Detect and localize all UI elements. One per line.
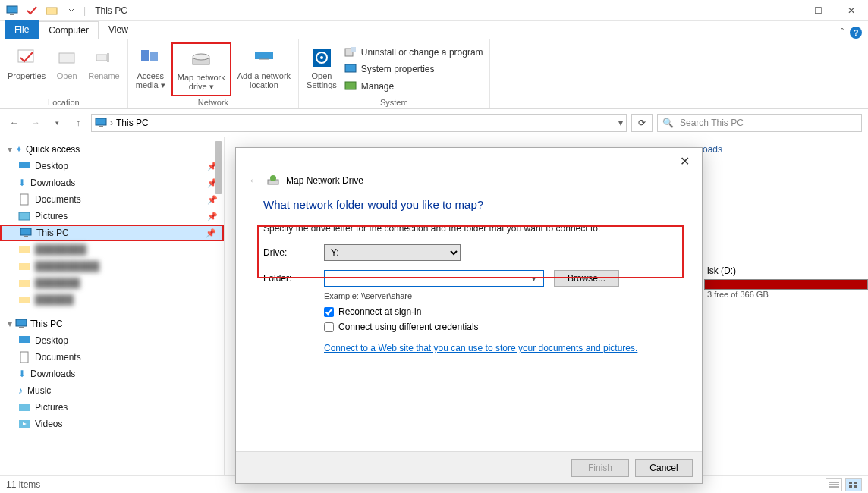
dialog-title: Map Network Drive bbox=[286, 175, 363, 186]
breadcrumb-location: This PC bbox=[116, 118, 149, 128]
different-credentials-checkbox[interactable] bbox=[324, 322, 334, 332]
sidebar-section-thispc[interactable]: ▾ This PC bbox=[0, 316, 224, 332]
dialog-close-button[interactable]: ✕ bbox=[674, 151, 696, 171]
access-media-button[interactable]: Accessmedia ▾ bbox=[131, 42, 170, 96]
open-settings-button[interactable]: OpenSettings bbox=[302, 42, 341, 96]
breadcrumb-dropdown-icon[interactable]: ▾ bbox=[618, 118, 623, 128]
folder-dropdown-icon[interactable]: ▾ bbox=[532, 275, 536, 283]
tab-view[interactable]: View bbox=[99, 20, 138, 39]
pin-icon: 📌 bbox=[207, 212, 218, 221]
reconnect-checkbox[interactable] bbox=[324, 307, 334, 317]
back-button[interactable]: ← bbox=[6, 115, 23, 131]
map-network-drive-button[interactable]: Map networkdrive ▾ bbox=[171, 42, 231, 96]
rename-button: Rename bbox=[83, 42, 124, 96]
svg-rect-8 bbox=[150, 52, 158, 61]
svg-rect-12 bbox=[264, 52, 273, 59]
ribbon-collapse-icon[interactable]: ˆ bbox=[841, 27, 844, 38]
svg-rect-5 bbox=[96, 55, 107, 61]
disk-usage-bar bbox=[704, 279, 868, 290]
thispc-icon bbox=[95, 117, 107, 129]
sidebar-item[interactable]: ████████ bbox=[0, 241, 224, 258]
properties-button[interactable]: Properties bbox=[3, 42, 50, 96]
sidebar-item[interactable]: ██████████ bbox=[0, 258, 224, 275]
svg-rect-23 bbox=[19, 162, 30, 168]
svg-rect-30 bbox=[19, 280, 30, 287]
tab-computer[interactable]: Computer bbox=[39, 21, 99, 39]
recent-dropdown-icon[interactable]: ▾ bbox=[49, 115, 65, 131]
sidebar-item-pictures[interactable]: Pictures📌 bbox=[0, 208, 224, 225]
manage-button[interactable]: Manage bbox=[344, 79, 483, 94]
svg-rect-4 bbox=[59, 53, 74, 63]
svg-rect-18 bbox=[351, 47, 356, 52]
item-count: 11 items bbox=[6, 479, 40, 490]
sidebar-item-videos[interactable]: Videos bbox=[0, 416, 224, 432]
maximize-button[interactable]: ☐ bbox=[801, 0, 835, 21]
svg-rect-43 bbox=[854, 482, 857, 484]
sidebar-item-thispc[interactable]: This PC📌 bbox=[0, 225, 224, 241]
sidebar-item[interactable]: ███████ bbox=[0, 275, 224, 291]
drive-select[interactable]: Y: bbox=[324, 244, 461, 261]
svg-rect-1 bbox=[10, 14, 14, 15]
up-button[interactable]: ↑ bbox=[70, 115, 86, 131]
svg-point-10 bbox=[193, 54, 209, 60]
help-icon[interactable]: ? bbox=[850, 27, 862, 39]
svg-rect-20 bbox=[345, 82, 356, 89]
browse-button[interactable]: Browse... bbox=[554, 270, 619, 287]
refresh-button[interactable]: ⟳ bbox=[631, 114, 653, 132]
sidebar-item-documents[interactable]: Documents📌 bbox=[0, 191, 224, 208]
ribbon-tabs: File Computer View ˆ ? bbox=[0, 21, 868, 39]
sidebar-item-downloads[interactable]: ⬇Downloads📌 bbox=[0, 174, 224, 191]
svg-rect-44 bbox=[849, 485, 852, 488]
view-details-button[interactable] bbox=[826, 478, 842, 491]
svg-rect-19 bbox=[345, 64, 356, 72]
svg-rect-22 bbox=[99, 126, 103, 127]
sidebar-item-downloads2[interactable]: ⬇Downloads bbox=[0, 366, 224, 382]
close-button[interactable]: ✕ bbox=[835, 0, 868, 21]
sidebar-item[interactable]: ██████ bbox=[0, 291, 224, 308]
cancel-button[interactable]: Cancel bbox=[635, 459, 693, 477]
scrollbar[interactable] bbox=[215, 141, 222, 194]
breadcrumb[interactable]: › This PC ▾ bbox=[91, 114, 627, 132]
qat-newfolder-icon[interactable] bbox=[44, 3, 59, 18]
qat-thispc-icon[interactable] bbox=[5, 3, 20, 18]
sidebar-item-pictures2[interactable]: Pictures bbox=[0, 399, 224, 416]
ribbon-group-system: OpenSettings Uninstall or change a progr… bbox=[299, 39, 490, 108]
sidebar-section-quick-access[interactable]: ▾ ✦ Quick access bbox=[0, 141, 224, 158]
svg-rect-0 bbox=[7, 6, 17, 13]
system-properties-button[interactable]: System properties bbox=[344, 61, 483, 77]
svg-rect-21 bbox=[96, 118, 106, 125]
svg-point-47 bbox=[270, 175, 276, 181]
connect-website-link[interactable]: Connect to a Web site that you can use t… bbox=[324, 343, 637, 353]
folder-label: Folder: bbox=[263, 273, 324, 284]
sidebar-item-music[interactable]: ♪Music bbox=[0, 382, 224, 399]
svg-rect-26 bbox=[20, 228, 31, 235]
sidebar-item-desktop2[interactable]: Desktop bbox=[0, 332, 224, 349]
view-large-icons-button[interactable] bbox=[845, 478, 862, 491]
qat-dropdown-icon[interactable] bbox=[64, 3, 79, 18]
ribbon: Properties Open Rename Location Accessme… bbox=[0, 39, 868, 109]
svg-rect-27 bbox=[24, 236, 28, 237]
svg-rect-45 bbox=[854, 485, 857, 488]
pin-icon: 📌 bbox=[207, 195, 218, 205]
dialog-back-button: ← bbox=[248, 174, 260, 187]
drive-label: Drive: bbox=[263, 247, 324, 258]
add-network-location-button[interactable]: Add a networklocation bbox=[233, 42, 295, 96]
svg-rect-7 bbox=[141, 50, 149, 61]
search-box[interactable]: 🔍 Search This PC bbox=[657, 114, 862, 132]
sidebar-item-documents2[interactable]: Documents bbox=[0, 349, 224, 366]
qat-properties-icon[interactable] bbox=[24, 3, 39, 18]
dialog-description: Specify the drive letter for the connect… bbox=[263, 223, 675, 234]
window-title: This PC bbox=[90, 5, 127, 16]
network-drive-icon bbox=[266, 174, 280, 187]
svg-rect-34 bbox=[19, 336, 30, 343]
finish-button: Finish bbox=[571, 459, 629, 477]
uninstall-program-button[interactable]: Uninstall or change a program bbox=[344, 45, 483, 60]
folder-input[interactable] bbox=[324, 270, 544, 287]
minimize-button[interactable]: ─ bbox=[768, 0, 801, 21]
sidebar-item-desktop[interactable]: Desktop📌 bbox=[0, 158, 224, 174]
forward-button[interactable]: → bbox=[27, 115, 44, 131]
tab-file[interactable]: File bbox=[5, 20, 39, 39]
disk-d-tile[interactable]: isk (D:) 3 free of 366 GB bbox=[704, 265, 868, 299]
svg-rect-42 bbox=[849, 482, 852, 484]
navigation-pane: ▾ ✦ Quick access Desktop📌 ⬇Downloads📌 Do… bbox=[0, 137, 225, 475]
